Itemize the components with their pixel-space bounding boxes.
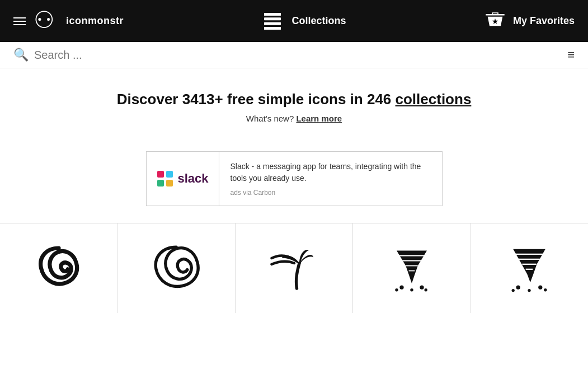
svg-point-11 — [420, 286, 424, 290]
nav-favorites[interactable]: My Favorites — [484, 10, 575, 32]
tropical-storm-icon — [269, 243, 319, 293]
search-input[interactable] — [34, 49, 562, 62]
svg-point-24 — [539, 286, 543, 290]
svg-point-14 — [424, 288, 427, 291]
cyclone-icon — [151, 243, 201, 293]
svg-rect-6 — [157, 171, 164, 178]
hamburger-button[interactable] — [13, 17, 26, 25]
svg-point-13 — [395, 288, 398, 291]
search-bar: 🔍 ≡ — [0, 42, 588, 68]
svg-point-26 — [512, 289, 515, 292]
tornado-icon — [387, 243, 437, 293]
filter-icon[interactable]: ≡ — [567, 48, 575, 62]
icon-cell-hurricane[interactable] — [0, 223, 117, 313]
hero-section: Discover 3413+ free simple icons in 246 … — [0, 68, 588, 134]
ad-section: slack Slack - a messaging app for teams,… — [0, 151, 588, 206]
svg-rect-1 — [264, 13, 281, 16]
hero-headline: Discover 3413+ free simple icons in 246 … — [11, 91, 577, 108]
ad-logo: slack — [147, 152, 219, 206]
collections-icon — [261, 10, 284, 32]
svg-point-23 — [516, 286, 520, 290]
favorites-label[interactable]: My Favorites — [513, 15, 575, 27]
svg-rect-9 — [166, 180, 173, 186]
collections-label[interactable]: Collections — [291, 15, 346, 27]
icon-cell-cyclone[interactable] — [117, 223, 235, 313]
ad-box[interactable]: slack Slack - a messaging app for teams,… — [146, 151, 443, 206]
icons-grid — [0, 223, 588, 313]
whats-new-text: What's new? Learn more — [11, 114, 577, 123]
icon-cell-tornado[interactable] — [353, 223, 471, 313]
svg-point-12 — [410, 288, 413, 291]
learn-more-link[interactable]: Learn more — [296, 114, 342, 123]
ad-text: Slack - a messaging app for teams, integ… — [219, 152, 442, 206]
favorites-icon — [484, 10, 506, 32]
icon-cell-twister[interactable] — [471, 223, 588, 313]
nav-collections[interactable]: Collections — [261, 10, 346, 32]
svg-rect-4 — [264, 27, 281, 30]
svg-rect-7 — [166, 171, 173, 178]
slack-logo: slack — [156, 170, 208, 188]
nav-left: ⚇ iconmonstr — [13, 8, 124, 35]
navbar: ⚇ iconmonstr Collections My Favorites — [0, 0, 588, 42]
twister-icon — [504, 243, 554, 293]
hurricane-icon — [34, 243, 84, 293]
brand-name[interactable]: iconmonstr — [66, 15, 124, 27]
svg-rect-3 — [264, 22, 281, 25]
ad-via: ads via Carbon — [231, 189, 431, 197]
ad-headline: Slack - a messaging app for teams, integ… — [231, 161, 431, 184]
slack-hash-icon — [156, 170, 174, 188]
svg-point-10 — [399, 286, 403, 290]
svg-rect-2 — [264, 17, 281, 20]
svg-point-27 — [544, 288, 547, 291]
brand-logo-icon: ⚇ — [32, 8, 59, 35]
svg-rect-8 — [157, 180, 164, 186]
icon-cell-tropical-storm[interactable] — [236, 223, 353, 313]
collections-link[interactable]: collections — [396, 91, 472, 108]
svg-text:⚇: ⚇ — [34, 8, 55, 33]
svg-point-25 — [528, 289, 531, 292]
search-icon: 🔍 — [13, 48, 29, 62]
